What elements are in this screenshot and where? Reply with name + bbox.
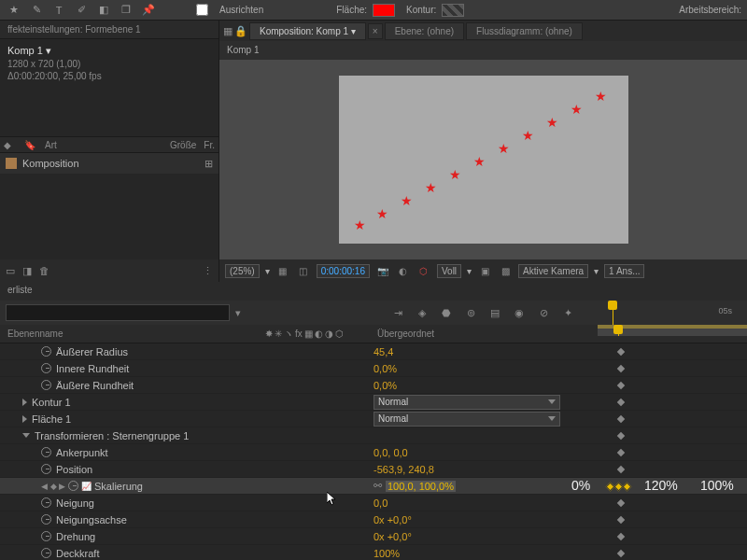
stopwatch-icon[interactable]	[41, 531, 51, 541]
comp-duration: Δ0:00:20:00, 25,00 fps	[7, 71, 211, 81]
comp-resolution: 1280 x 720 (1,00)	[7, 59, 211, 69]
bits-icon[interactable]: ⋮	[203, 265, 213, 277]
3d-icon[interactable]: ◈	[413, 304, 431, 321]
stopwatch-icon[interactable]	[41, 464, 51, 474]
timeline-search[interactable]	[6, 304, 230, 321]
text-icon[interactable]: T	[50, 2, 67, 19]
project-item-row[interactable]: Komposition ⊞	[0, 153, 218, 174]
stopwatch-icon[interactable]	[41, 346, 51, 357]
zoom-dropdown[interactable]: (25%)	[225, 264, 260, 278]
blend-mode-dropdown[interactable]: Normal	[374, 412, 560, 427]
link-icon[interactable]: ⚯	[374, 480, 382, 492]
project-footer: ▭ ◨ 🗑 ⋮	[0, 259, 218, 282]
stopwatch-icon[interactable]	[41, 363, 51, 373]
mask-icon[interactable]: ◫	[296, 263, 311, 278]
top-toolbar: ★ ✎ T ✐ ◧ ❐ 📌 Ausrichten Fläche: Kontur:…	[0, 0, 747, 21]
comp-marker-icon[interactable]: ⇥	[388, 304, 407, 321]
comp-title[interactable]: Komp 1 ▾	[7, 45, 211, 57]
tab-close[interactable]: ×	[368, 23, 383, 39]
align-checkbox[interactable]	[196, 4, 208, 16]
region-icon[interactable]: ▣	[477, 263, 492, 278]
value-skew[interactable]: 0,0	[374, 497, 598, 509]
stopwatch-icon[interactable]	[41, 548, 51, 558]
puppet-icon[interactable]: 📌	[140, 2, 157, 19]
value-skew-axis[interactable]: 0x +0,0°	[374, 514, 598, 525]
blend-mode-dropdown[interactable]: Normal	[374, 395, 560, 410]
stroke-label: Kontur:	[406, 5, 436, 15]
tab-layer[interactable]: Ebene: (ohne)	[385, 22, 464, 40]
graph-icon[interactable]: ▤	[486, 304, 504, 321]
shy-icon[interactable]: ⬣	[437, 304, 456, 321]
stopwatch-icon[interactable]	[41, 380, 51, 390]
timeline-tab[interactable]: erliste	[0, 282, 747, 301]
comp-icon	[6, 158, 17, 169]
stopwatch-icon[interactable]	[41, 514, 51, 525]
grid-icon[interactable]: ▦	[275, 263, 290, 278]
mouse-cursor	[327, 492, 338, 507]
value-scale[interactable]: ⚯100,0, 100,0%	[374, 480, 598, 492]
blur-icon[interactable]: ⊚	[461, 304, 480, 321]
composition-stage: ★ ★ ★ ★ ★ ★ ★ ★ ★ ★ ★	[339, 76, 628, 244]
comp-breadcrumb[interactable]: Komp 1	[219, 41, 747, 60]
value-position[interactable]: -563,9, 240,8	[374, 464, 598, 475]
project-columns: ◆ 🔖 Art Größe Fr.	[0, 136, 218, 153]
brainstorm-icon[interactable]: ✦	[558, 304, 577, 321]
col-layer-name: Ebenenname	[0, 325, 261, 343]
project-item-name: Komposition	[22, 158, 79, 169]
motion-icon[interactable]: ⊘	[534, 304, 553, 321]
stopwatch-icon[interactable]	[41, 497, 51, 508]
fill-label: Fläche:	[336, 5, 367, 15]
stroke-swatch[interactable]	[442, 4, 464, 17]
snapshot-icon[interactable]: 📷	[375, 263, 390, 278]
time-ruler[interactable]: 05s	[592, 301, 741, 325]
color-icon[interactable]: ⬡	[416, 263, 431, 278]
col-parent: Übergeordnet	[374, 325, 598, 343]
brush-icon[interactable]: ✐	[73, 2, 90, 19]
tab-composition[interactable]: Komposition: Komp 1 ▾	[249, 22, 366, 40]
keyframes[interactable]	[607, 483, 630, 490]
effects-tab[interactable]: ffekteinstellungen: Formebene 1	[0, 21, 218, 39]
stopwatch-icon[interactable]	[41, 447, 51, 457]
resolution-dropdown[interactable]: Voll	[437, 264, 461, 278]
views-dropdown[interactable]: 1 Ans...	[604, 264, 644, 278]
camera-dropdown[interactable]: Aktive Kamera	[518, 264, 588, 278]
project-panel: Komp 1 ▾ 1280 x 720 (1,00) Δ0:00:20:00, …	[0, 39, 218, 136]
playhead[interactable]	[613, 301, 613, 325]
viewer-canvas[interactable]: ★ ★ ★ ★ ★ ★ ★ ★ ★ ★ ★	[219, 60, 747, 259]
workspace-label: Arbeitsbereich:	[679, 5, 741, 15]
eraser-icon[interactable]: ◧	[95, 2, 112, 19]
new-comp-icon[interactable]: ◨	[22, 265, 32, 277]
pen-icon[interactable]: ✎	[28, 2, 45, 19]
viewer-controls: (25%) ▾ ▦ ◫ 0:00:00:16 📷 ◐ ⬡ Voll ▾ ▣ ▩ …	[219, 259, 747, 282]
value-outer-round[interactable]: 0,0%	[374, 380, 598, 391]
folder-icon[interactable]: ▭	[6, 265, 15, 277]
value-outer-radius[interactable]: 45,4	[374, 346, 598, 357]
col-switches: ✸✳ヽfx▦◐◑⬡	[261, 325, 374, 343]
tab-flowchart[interactable]: Flussdiagramm: (ohne)	[466, 22, 583, 40]
timecode-display[interactable]: 0:00:00:16	[317, 264, 370, 278]
fx-icon[interactable]: ◉	[510, 304, 529, 321]
timeline-panel: erliste ▾ ⇥ ◈ ⬣ ⊚ ▤ ◉ ⊘ ✦ 05s Ebenenname…	[0, 282, 747, 560]
stopwatch-icon[interactable]	[68, 481, 78, 491]
twirl-icon[interactable]	[22, 399, 27, 406]
channel-icon[interactable]: ◐	[396, 263, 411, 278]
clone-icon[interactable]: ❐	[118, 2, 134, 19]
star-icon[interactable]: ★	[6, 2, 22, 19]
value-anchor[interactable]: 0,0, 0,0	[374, 447, 598, 458]
value-inner-round[interactable]: 0,0%	[374, 363, 598, 374]
twirl-icon[interactable]	[22, 415, 27, 423]
trash-icon[interactable]: 🗑	[39, 265, 49, 276]
value-rotation[interactable]: 0x +0,0°	[374, 531, 598, 542]
transparency-icon[interactable]: ▩	[498, 263, 513, 278]
viewer-tabs: ▦ 🔒 Komposition: Komp 1 ▾ × Ebene: (ohne…	[219, 21, 747, 41]
value-opacity[interactable]: 100%	[374, 548, 598, 559]
fill-swatch[interactable]	[373, 4, 395, 17]
twirl-icon[interactable]	[22, 433, 30, 438]
align-label: Ausrichten	[219, 5, 263, 15]
